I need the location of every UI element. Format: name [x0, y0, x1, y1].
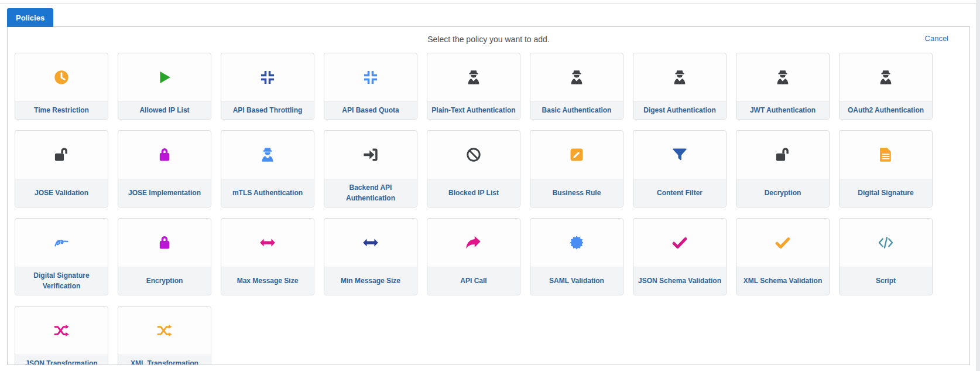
policy-card[interactable]: Digest Authentication	[633, 53, 727, 120]
policy-card[interactable]: Time Restriction	[15, 53, 108, 120]
check-icon	[736, 219, 829, 267]
clock-icon	[15, 53, 108, 101]
user-secret-icon	[839, 53, 932, 101]
policy-card-label: XML Schema Validation	[736, 267, 829, 295]
user-secret-icon	[221, 131, 314, 179]
policy-card[interactable]: Blocked IP List	[427, 130, 520, 207]
policy-card[interactable]: Max Message Size	[221, 218, 314, 295]
policy-card-label: Plain-Text Authentication	[427, 101, 520, 119]
policy-card[interactable]: JSON Transformation	[15, 306, 108, 365]
policy-picker-panel: Select the policy you want to add. Cance…	[7, 26, 970, 365]
policy-card[interactable]: Encryption	[118, 218, 211, 295]
shuffle-icon	[118, 307, 211, 355]
policy-card[interactable]: Business Rule	[530, 130, 623, 207]
lock-icon	[118, 131, 211, 179]
check-icon	[633, 219, 726, 267]
policy-card[interactable]: API Based Quota	[324, 53, 417, 120]
policy-card[interactable]: JSON Schema Validation	[633, 218, 727, 295]
policy-card-label: Blocked IP List	[427, 179, 520, 207]
policy-card[interactable]: mTLS Authentication	[221, 130, 314, 207]
policy-card-label: Business Rule	[530, 179, 623, 207]
policy-card[interactable]: OAuth2 Authentication	[839, 53, 933, 120]
policy-card[interactable]: Allowed IP List	[118, 53, 211, 120]
cancel-link[interactable]: Cancel	[925, 34, 948, 43]
user-secret-icon	[633, 53, 726, 101]
policy-card-label: Encryption	[118, 267, 211, 295]
document-icon	[839, 131, 932, 179]
policy-card[interactable]: Min Message Size	[324, 218, 417, 295]
policy-card-label: Digest Authentication	[633, 101, 726, 119]
lock-icon	[118, 219, 211, 267]
policy-card[interactable]: API Call	[427, 218, 520, 295]
panel-prompt: Select the policy you want to add.	[8, 27, 969, 44]
policy-card[interactable]: Digital Signature Verification	[15, 218, 108, 295]
policy-card-label: API Based Quota	[324, 101, 417, 119]
filter-icon	[633, 131, 726, 179]
policy-card-label: SAML Validation	[530, 267, 623, 295]
policy-card-label: JSON Transformation	[15, 355, 108, 365]
policy-card[interactable]: XML Transformation	[118, 306, 211, 365]
policy-card-label: Basic Authentication	[530, 101, 623, 119]
policy-card[interactable]: API Based Throttling	[221, 53, 314, 120]
policy-card-label: Allowed IP List	[118, 101, 211, 119]
play-icon	[118, 53, 211, 101]
policy-card[interactable]: Backend API Authentication	[324, 130, 417, 207]
policy-card[interactable]: JOSE Validation	[15, 130, 108, 207]
shuffle-icon	[15, 307, 108, 355]
policy-card-label: Content Filter	[633, 179, 726, 207]
sign-in-icon	[324, 131, 417, 179]
code-icon	[839, 219, 932, 267]
policy-card-label: Max Message Size	[221, 267, 314, 295]
policy-card[interactable]: JOSE Implementation	[118, 130, 211, 207]
lock-open-icon	[736, 131, 829, 179]
policy-card-label: Backend API Authentication	[324, 179, 417, 207]
compress-icon	[221, 53, 314, 101]
policy-card[interactable]: Plain-Text Authentication	[427, 53, 520, 120]
policy-card-label: mTLS Authentication	[221, 179, 314, 207]
policy-card-label: Min Message Size	[324, 267, 417, 295]
signature-icon	[15, 219, 108, 267]
scrollbar-track[interactable]	[976, 0, 980, 371]
page-top-divider	[0, 3, 980, 4]
policy-grid: Time RestrictionAllowed IP ListAPI Based…	[8, 52, 969, 365]
policy-card-label: Script	[839, 267, 932, 295]
policy-card-label: Digital Signature Verification	[15, 267, 108, 295]
policy-card[interactable]: JWT Authentication	[736, 53, 830, 120]
policy-card-label: Decryption	[736, 179, 829, 207]
panel-header: Select the policy you want to add. Cance…	[8, 27, 969, 52]
policy-card[interactable]: Content Filter	[633, 130, 727, 207]
share-arrow-icon	[427, 219, 520, 267]
lock-open-icon	[15, 131, 108, 179]
policy-card[interactable]: Basic Authentication	[530, 53, 623, 120]
arrows-horizontal-icon	[324, 219, 417, 267]
policy-card-label: OAuth2 Authentication	[839, 101, 932, 119]
policy-card[interactable]: Script	[839, 218, 933, 295]
certificate-icon	[530, 219, 623, 267]
policy-card-label: Digital Signature	[839, 179, 932, 207]
policy-card-label: JOSE Implementation	[118, 179, 211, 207]
user-secret-icon	[427, 53, 520, 101]
edit-square-icon	[530, 131, 623, 179]
tab-policies[interactable]: Policies	[7, 8, 53, 27]
arrows-horizontal-icon	[221, 219, 314, 267]
user-secret-icon	[530, 53, 623, 101]
policy-card-label: JSON Schema Validation	[633, 267, 726, 295]
policy-card[interactable]: SAML Validation	[530, 218, 623, 295]
policy-card[interactable]: XML Schema Validation	[736, 218, 830, 295]
policy-card-label: XML Transformation	[118, 355, 211, 365]
policy-card[interactable]: Decryption	[736, 130, 830, 207]
policy-card-label: API Call	[427, 267, 520, 295]
compress-icon	[324, 53, 417, 101]
user-secret-icon	[736, 53, 829, 101]
policy-card-label: Time Restriction	[15, 101, 108, 119]
policy-card-label: JOSE Validation	[15, 179, 108, 207]
policy-card[interactable]: Digital Signature	[839, 130, 933, 207]
policy-card-label: JWT Authentication	[736, 101, 829, 119]
ban-icon	[427, 131, 520, 179]
tab-policies-label: Policies	[16, 13, 44, 22]
policy-card-label: API Based Throttling	[221, 101, 314, 119]
